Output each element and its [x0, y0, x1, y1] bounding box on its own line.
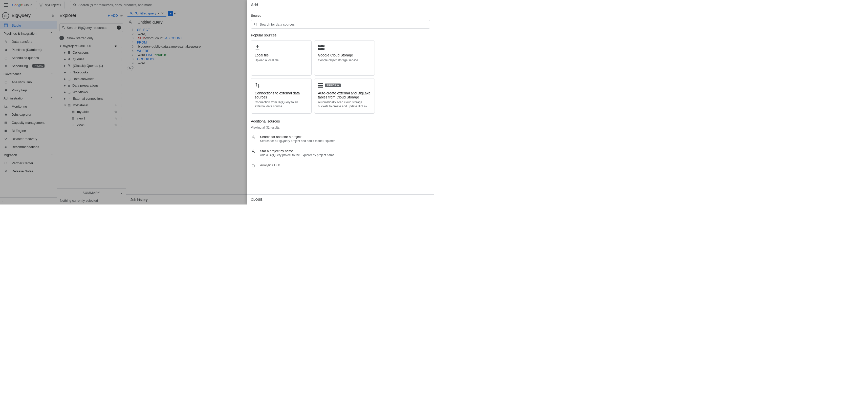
upload-icon — [255, 44, 308, 51]
svg-rect-15 — [318, 87, 323, 88]
add-panel: Add Source Search for data sources Popul… — [247, 0, 434, 204]
stack-icon: PREVIEW — [318, 82, 371, 89]
swap-icon — [255, 82, 308, 89]
search-placeholder: Search for data sources — [260, 23, 294, 26]
card-biglake[interactable]: PREVIEW Auto-create external and BigLake… — [314, 78, 375, 114]
svg-point-6 — [254, 23, 256, 25]
hub-icon: ⬡ — [251, 163, 256, 168]
close-button[interactable]: CLOSE — [251, 198, 262, 201]
svg-rect-11 — [319, 46, 321, 46]
popular-label: Popular sources — [251, 33, 430, 37]
card-external-conn[interactable]: Connections to external data sources Con… — [251, 78, 312, 114]
svg-point-10 — [323, 49, 324, 49]
search-icon: 🔍︎ — [251, 135, 256, 143]
storage-icon — [318, 44, 371, 51]
svg-point-9 — [323, 46, 324, 46]
additional-label: Additional sources — [251, 119, 430, 123]
panel-header: Add — [247, 0, 434, 10]
search-icon: 🔍︎ — [251, 149, 256, 157]
svg-rect-14 — [318, 85, 323, 86]
source-search-input[interactable]: Search for data sources — [251, 20, 430, 29]
panel-footer: CLOSE — [247, 194, 434, 204]
search-icon — [254, 22, 258, 26]
row-analytics-hub[interactable]: ⬡ Analytics Hub — [251, 160, 430, 171]
card-gcs[interactable]: Google Cloud Storage Google object stora… — [314, 40, 375, 76]
row-star-project[interactable]: 🔍︎ Star a project by nameAdd a BigQuery … — [251, 146, 430, 160]
svg-rect-13 — [318, 83, 323, 84]
panel-body: Source Search for data sources Popular s… — [247, 10, 434, 194]
results-count: Viewing all 31 results. — [251, 126, 430, 129]
svg-rect-12 — [319, 49, 321, 49]
row-search-project[interactable]: 🔍︎ Search for and star a projectSearch f… — [251, 132, 430, 146]
card-local-file[interactable]: Local file Upload a local file — [251, 40, 312, 76]
popular-cards: Local file Upload a local file Google Cl… — [251, 40, 430, 114]
source-label: Source — [251, 14, 430, 18]
preview-tag: PREVIEW — [325, 84, 341, 87]
